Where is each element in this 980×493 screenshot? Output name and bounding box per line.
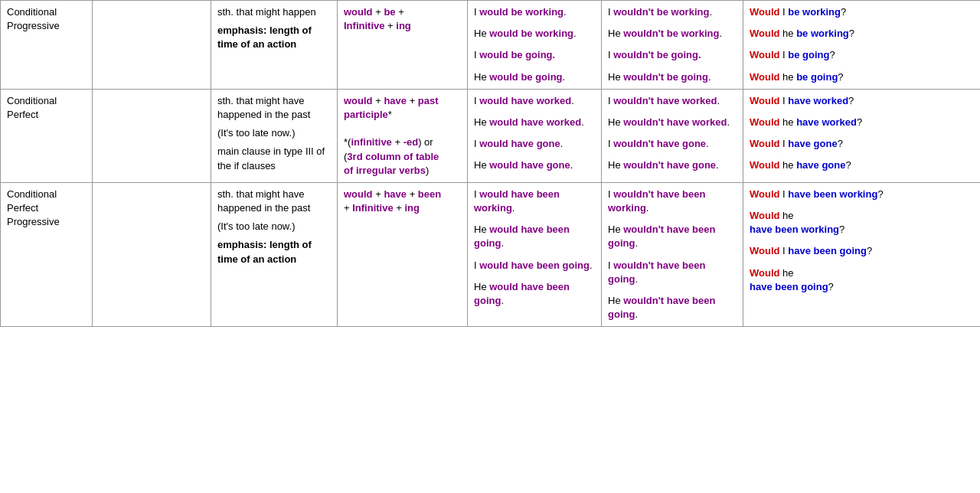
row-conditional-perfect-progressive: ConditionalPerfectProgressive sth. that … bbox=[1, 182, 981, 327]
row-conditional-perfect: ConditionalPerfect sth. that might have … bbox=[1, 89, 981, 182]
col2-perfect-progressive bbox=[93, 182, 211, 327]
row-conditional-progressive: ConditionalProgressive sth. that might h… bbox=[1, 1, 981, 90]
question-perfect-progressive: Would I have been working? Would hehave … bbox=[743, 182, 981, 327]
col2-perfect bbox=[93, 89, 211, 182]
affirmative-perfect: I would have worked. He would have worke… bbox=[468, 89, 602, 182]
negative-perfect-progressive: I wouldn't have been working. He wouldn'… bbox=[602, 182, 743, 327]
negative-perfect: I wouldn't have worked. He wouldn't have… bbox=[602, 89, 743, 182]
affirmative-progressive: I would be working. He would be working.… bbox=[468, 1, 602, 90]
usage-perfect-progressive: sth. that might have happened in the pas… bbox=[211, 182, 338, 327]
formula-perfect: would + have + pastparticiple* *(infinit… bbox=[338, 89, 468, 182]
formula-progressive: would + be + Infinitive + ing bbox=[338, 1, 468, 90]
tense-name-perfect-progressive: ConditionalPerfectProgressive bbox=[1, 182, 93, 327]
tense-name-progressive: ConditionalProgressive bbox=[1, 1, 93, 90]
negative-progressive: I wouldn't be working. He wouldn't be wo… bbox=[602, 1, 743, 90]
formula-perfect-progressive: would + have + been + Infinitive + ing bbox=[338, 182, 468, 327]
tense-label: ConditionalPerfectProgressive bbox=[7, 188, 60, 227]
tense-label: ConditionalProgressive bbox=[7, 6, 60, 31]
col2-progressive bbox=[93, 1, 211, 90]
tense-name-perfect: ConditionalPerfect bbox=[1, 89, 93, 182]
question-progressive: Would I be working? Would he be working?… bbox=[743, 1, 981, 90]
usage-perfect: sth. that might have happened in the pas… bbox=[211, 89, 338, 182]
affirmative-perfect-progressive: I would have been working. He would have… bbox=[468, 182, 602, 327]
question-perfect: Would I have worked? Would he have worke… bbox=[743, 89, 981, 182]
tense-label: ConditionalPerfect bbox=[7, 95, 57, 120]
usage-progressive: sth. that might happen emphasis: length … bbox=[211, 1, 338, 90]
